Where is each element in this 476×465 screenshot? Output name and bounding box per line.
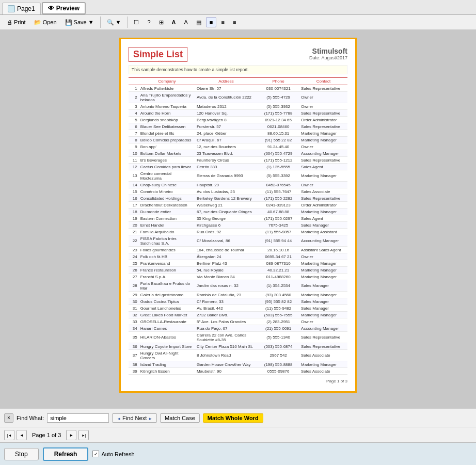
table-row: 18Du monde entier67, rue des Cinquante O… [129, 209, 347, 215]
nav-last-button[interactable] [78, 430, 89, 440]
page-icon [8, 5, 15, 12]
nav-prev-button[interactable] [17, 430, 27, 440]
nav-bar: Page 1 of 3 [0, 427, 476, 442]
table-row: 25FrankenversandBerliner Platz 43089-087… [129, 260, 347, 267]
table-row: 36Hungry Coyote Import StoreCity Center … [129, 343, 347, 350]
report-header: Simple List Stimulsoft Date: August/2017 [129, 47, 347, 62]
table-row: 27Franchi S.p.A.Via Monte Bianco 34011-4… [129, 274, 347, 280]
tb-text[interactable]: A [180, 17, 191, 27]
table-row: 4Around the Horn120 Hanover Sq.(171) 555… [129, 110, 347, 117]
save-icon: 💾 [65, 19, 72, 26]
tb-btn-3[interactable]: ⊞ [155, 17, 167, 28]
table-row: 10Bottom-Dollar Markets23 Tsawassen Blvd… [129, 150, 347, 157]
report-page: Simple List Stimulsoft Date: August/2017… [119, 38, 357, 393]
print-button[interactable]: 🖨 Print [3, 17, 29, 27]
action-bar: Stop Refresh Auto Refresh [0, 442, 476, 465]
table-row: 33GROSELLA-Restaurante5ª Ave. Los Palos … [129, 318, 347, 325]
nav-first-button[interactable] [4, 430, 14, 440]
table-row: 1Alfreds FutterkisteObere Str. 57030-007… [129, 85, 347, 92]
find-next-arrow-icon [148, 415, 152, 421]
find-close-button[interactable]: × [4, 413, 13, 423]
nav-prev-icon [20, 432, 24, 438]
table-row: 26France restauration54, rue Royale40.32… [129, 267, 347, 274]
table-row: 28Furia Bacalhau e Frutos do MarJardim d… [129, 280, 347, 292]
tb-bold[interactable]: A [168, 17, 180, 27]
table-row: 12Cactus Comidas para llevarCerrito 333(… [129, 164, 347, 170]
table-row: 13Centro comercial MoctezumaSierras de G… [129, 170, 347, 182]
table-row: 35HILARION-AbastosCarrera 22 con Ave. Ca… [129, 332, 347, 343]
zoom-dropdown-icon: ▼ [116, 19, 121, 25]
table-row: 22FISSA Fabrica Inter. Salchichas S.A.C/… [129, 235, 347, 247]
report-table: Company Address Phone Contact 1Alfreds F… [129, 77, 347, 375]
table-row: 39Königlich EssenMaubelstr. 900555-09876… [129, 368, 347, 375]
match-case-button[interactable]: Match Case [160, 413, 200, 423]
match-whole-word-button[interactable]: Match Whole Word [203, 413, 263, 423]
refresh-button[interactable]: Refresh [43, 447, 89, 461]
open-button[interactable]: 📂 Open [30, 17, 60, 28]
table-row: 9Bon app'12, rue des Bouchers91.24.45.40… [129, 143, 347, 150]
separator-1 [100, 17, 101, 28]
tab-bar: Page1 👁 Preview [0, 0, 476, 15]
zoom-icon: 🔍 [107, 19, 114, 26]
table-row: 7Blondel père et fils24, place Kléber88.… [129, 130, 347, 137]
table-row: 3Antonio Moreno TaqueriaMataderos 2312(5… [129, 103, 347, 110]
find-input[interactable] [47, 413, 109, 423]
separator-2 [127, 17, 128, 28]
nav-last-icon [82, 432, 86, 438]
save-dropdown-icon: ▼ [88, 19, 94, 25]
table-row: 11B's BeveragesFauntleroy Circus(171) 55… [129, 157, 347, 164]
report-description: This sample demonstrates how to create a… [129, 65, 347, 74]
table-row: 14Chop-suey ChineseHauptstr. 290452-0765… [129, 182, 347, 188]
find-next-button[interactable]: Find Next [112, 413, 157, 423]
table-row: 2Ana Trujillo Emparedados y heladosAvda.… [129, 92, 347, 103]
find-bar: × Find What: Find Next Match Case Match … [0, 408, 476, 427]
table-row: 34Hanari CarnesRua do Paço, 67(21) 555-0… [129, 325, 347, 332]
col-header-phone: Phone [257, 78, 299, 85]
col-header-company: Company [139, 78, 195, 85]
table-row: 37Hungry Owl All-Night Grocers8 Johnstow… [129, 350, 347, 361]
tb-btn-6[interactable]: ≡ [229, 17, 240, 27]
save-button[interactable]: 💾 Save ▼ [61, 17, 98, 28]
table-row: 29Galería del gastrónomoRambla de Catalu… [129, 292, 347, 298]
col-header-contact: Contact [299, 78, 347, 85]
page-number: Page 1 of 3 [129, 379, 347, 383]
preview-icon: 👁 [48, 5, 54, 12]
tab-preview[interactable]: 👁 Preview [42, 2, 86, 14]
print-icon: 🖨 [7, 19, 12, 25]
table-row: 21Familia ArquibaldoRua Orós, 92(11) 555… [129, 229, 347, 235]
open-icon: 📂 [34, 19, 41, 26]
table-header-row: Company Address Phone Contact [129, 78, 347, 85]
auto-refresh-label[interactable]: Auto Refresh [92, 451, 134, 457]
nav-next-button[interactable] [66, 430, 76, 440]
col-header-address: Address [195, 78, 257, 85]
table-row: 16Consolidated HoldingsBerkeley Gardens … [129, 195, 347, 202]
main-area: Simple List Stimulsoft Date: August/2017… [0, 30, 476, 408]
zoom-selector[interactable]: 🔍 ▼ [103, 17, 125, 28]
tb-btn-2[interactable]: ? [144, 17, 154, 27]
table-row: 38Island TradingGarden House Crowther Wa… [129, 361, 347, 368]
stop-button[interactable]: Stop [4, 448, 39, 460]
tab-page1-label: Page1 [17, 5, 35, 12]
table-row: 17Drachenblut DelikatessenWalserweg 2102… [129, 202, 347, 209]
table-row: 15Comércio MineiroAv. dos Lusíadas, 23(1… [129, 188, 347, 195]
nav-first-icon [7, 432, 12, 438]
toolbar: 🖨 Print 📂 Open 💾 Save ▼ 🔍 ▼ ☐ ? ⊞ A A ▤ … [0, 15, 476, 30]
table-row: 19Eastern Connection35 King George(171) … [129, 215, 347, 222]
col-header-num [129, 78, 139, 85]
nav-page-info: Page 1 of 3 [32, 432, 61, 438]
table-row: 6Blauer See DelikatessenForsterstr. 5706… [129, 123, 347, 130]
report-date: Date: August/2017 [309, 55, 347, 60]
find-prev-arrow-icon [117, 415, 121, 421]
tb-btn-5[interactable]: ≡ [217, 17, 228, 27]
tab-page1[interactable]: Page1 [2, 3, 41, 14]
nav-next-icon [69, 432, 73, 438]
tb-highlight[interactable]: ■ [206, 17, 217, 27]
table-row: 20Ernst HandelKirchgasse 67675-3425Sales… [129, 222, 347, 229]
table-row: 30Godos Cocina TípicaC/ Romero, 33(95) 5… [129, 298, 347, 305]
tb-btn-1[interactable]: ☐ [130, 17, 142, 28]
table-row: 23Folies gourmandes184, chaussée de Tour… [129, 247, 347, 253]
table-row: 31Gourmet LanchonetesAv. Brasil, 442(11)… [129, 305, 347, 312]
table-row: 5Berglunds snabbköpBerguvsvägen 80921-12… [129, 117, 347, 123]
auto-refresh-checkbox[interactable] [92, 451, 99, 457]
tb-btn-4[interactable]: ▤ [193, 17, 205, 28]
